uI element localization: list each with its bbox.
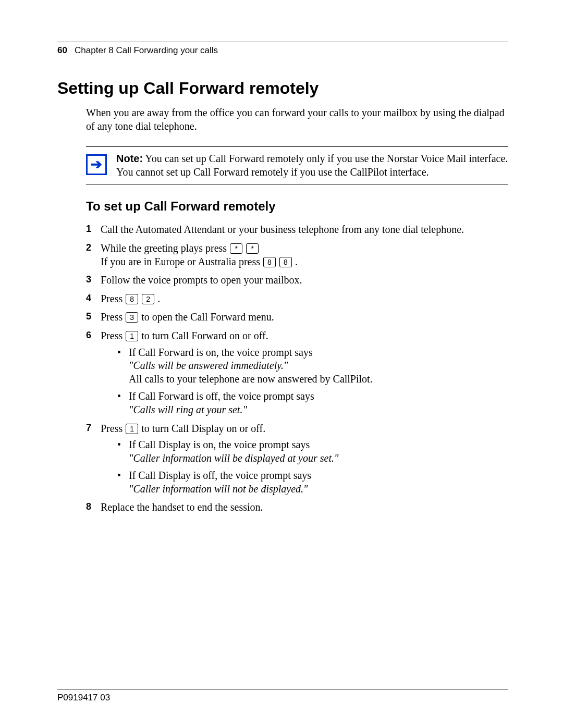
step-6-sublist: If Call Forward is on, the voice prompt … xyxy=(117,346,508,417)
step-1: Call the Automated Attendant or your bus… xyxy=(86,223,508,237)
key-two: 2 xyxy=(142,294,154,304)
step-7-bullet-2: If Call Display is off, the voice prompt… xyxy=(117,469,508,496)
note-text: Note: You can set up Call Forward remote… xyxy=(116,152,508,179)
key-star: * xyxy=(230,243,242,254)
step-6: Press 1 to turn Call Forward on or off. … xyxy=(86,329,508,417)
note-arrow-icon: ➔ xyxy=(86,154,107,175)
step-7-sublist: If Call Display is on, the voice prompt … xyxy=(117,438,508,496)
step-3: Follow the voice prompts to open your ma… xyxy=(86,274,508,287)
step-7-bullet-1: If Call Display is on, the voice prompt … xyxy=(117,438,508,465)
steps-list: Call the Automated Attendant or your bus… xyxy=(86,223,508,514)
step-6-bullet-1: If Call Forward is on, the voice prompt … xyxy=(117,346,508,386)
subsection-heading: To set up Call Forward remotely xyxy=(86,199,508,214)
key-three: 3 xyxy=(126,312,138,323)
key-one: 1 xyxy=(126,331,138,341)
intro-paragraph: When you are away from the office you ca… xyxy=(86,106,508,133)
note-body: You can set up Call Forward remotely onl… xyxy=(116,153,508,178)
section-heading: Setting up Call Forward remotely xyxy=(57,79,508,98)
chapter-title: Chapter 8 Call Forwarding your calls xyxy=(75,45,218,55)
note-label: Note: xyxy=(116,153,143,164)
key-star: * xyxy=(246,243,259,254)
note-callout: ➔ Note: You can set up Call Forward remo… xyxy=(86,146,508,184)
step-2: While the greeting plays press * * If yo… xyxy=(86,242,508,268)
top-rule xyxy=(57,42,508,42)
step-4: Press 8 2 . xyxy=(86,292,508,306)
key-eight: 8 xyxy=(263,257,276,267)
key-eight: 8 xyxy=(279,257,292,267)
step-6-bullet-2: If Call Forward is off, the voice prompt… xyxy=(117,390,508,416)
running-header: 60 Chapter 8 Call Forwarding your calls xyxy=(57,45,508,56)
key-eight: 8 xyxy=(126,294,138,304)
step-5: Press 3 to open the Call Forward menu. xyxy=(86,311,508,324)
bottom-rule xyxy=(57,689,508,689)
footer-doc-id: P0919417 03 xyxy=(57,693,110,703)
step-8: Replace the handset to end the session. xyxy=(86,501,508,514)
key-one: 1 xyxy=(126,424,138,434)
page-number: 60 xyxy=(57,45,67,55)
step-7: Press 1 to turn Call Display on or off. … xyxy=(86,422,508,496)
